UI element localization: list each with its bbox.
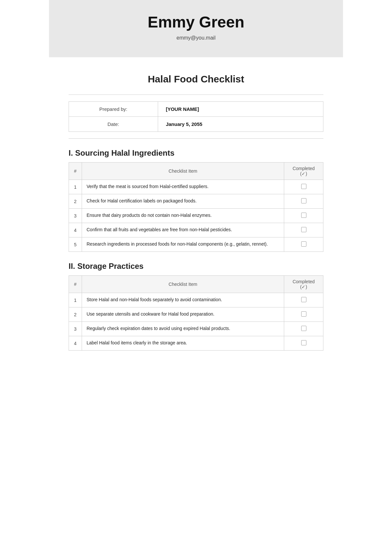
checklist-checkbox-cell[interactable] xyxy=(284,194,323,209)
checklist-item-text: Use separate utensils and cookware for H… xyxy=(82,307,284,322)
checkbox-icon[interactable] xyxy=(301,311,306,317)
row-number: 1 xyxy=(69,293,82,307)
checklist-table-2: #Checklist ItemCompleted (✓)1Store Halal… xyxy=(69,275,323,351)
checklist-checkbox-cell[interactable] xyxy=(284,336,323,351)
row-number: 1 xyxy=(69,180,82,194)
prepared-by-label: Prepared by: xyxy=(69,102,158,117)
col-header-1: Checklist Item xyxy=(82,276,284,293)
checklist-checkbox-cell[interactable] xyxy=(284,293,323,307)
table-row: 1Verify that the meat is sourced from Ha… xyxy=(69,180,323,194)
row-number: 3 xyxy=(69,209,82,223)
checkbox-icon[interactable] xyxy=(301,184,306,189)
table-row: 1Store Halal and non-Halal foods separat… xyxy=(69,293,323,307)
info-row-preparedby: Prepared by: [YOUR NAME] xyxy=(69,102,323,117)
table-row: 5Research ingredients in processed foods… xyxy=(69,237,323,252)
checklist-checkbox-cell[interactable] xyxy=(284,307,323,322)
title-divider xyxy=(69,95,323,95)
section-heading-2: II. Storage Practices xyxy=(69,262,323,271)
row-number: 3 xyxy=(69,322,82,336)
checkbox-icon[interactable] xyxy=(301,198,306,203)
table-header-row: #Checklist ItemCompleted (✓) xyxy=(69,276,323,293)
info-table: Prepared by: [YOUR NAME] Date: January 5… xyxy=(69,101,323,132)
table-row: 2Use separate utensils and cookware for … xyxy=(69,307,323,322)
checkbox-icon[interactable] xyxy=(301,326,306,331)
checklist-item-text: Research ingredients in processed foods … xyxy=(82,237,284,252)
header-section: Emmy Green emmy@you.mail xyxy=(49,0,343,57)
col-header-0: # xyxy=(69,163,82,180)
checklist-item-text: Check for Halal certification labels on … xyxy=(82,194,284,209)
checklist-item-text: Regularly check expiration dates to avoi… xyxy=(82,322,284,336)
row-number: 2 xyxy=(69,194,82,209)
col-header-2: Completed (✓) xyxy=(284,276,323,293)
checklist-item-text: Confirm that all fruits and vegetables a… xyxy=(82,223,284,237)
document-title: Halal Food Checklist xyxy=(69,74,323,85)
checkbox-icon[interactable] xyxy=(301,227,306,232)
checklist-item-text: Ensure that dairy products do not contai… xyxy=(82,209,284,223)
table-row: 2Check for Halal certification labels on… xyxy=(69,194,323,209)
info-divider xyxy=(69,138,323,139)
table-header-row: #Checklist ItemCompleted (✓) xyxy=(69,163,323,180)
checklist-checkbox-cell[interactable] xyxy=(284,223,323,237)
prepared-by-value: [YOUR NAME] xyxy=(158,102,323,117)
col-header-0: # xyxy=(69,276,82,293)
checkbox-icon[interactable] xyxy=(301,340,306,345)
checkbox-icon[interactable] xyxy=(301,241,306,247)
row-number: 4 xyxy=(69,336,82,351)
table-row: 3Regularly check expiration dates to avo… xyxy=(69,322,323,336)
date-value: January 5, 2055 xyxy=(158,117,323,132)
info-row-date: Date: January 5, 2055 xyxy=(69,117,323,132)
checklist-checkbox-cell[interactable] xyxy=(284,237,323,252)
checkbox-icon[interactable] xyxy=(301,297,306,302)
checklist-checkbox-cell[interactable] xyxy=(284,180,323,194)
col-header-1: Checklist Item xyxy=(82,163,284,180)
row-number: 4 xyxy=(69,223,82,237)
checklist-checkbox-cell[interactable] xyxy=(284,322,323,336)
row-number: 2 xyxy=(69,307,82,322)
checklist-checkbox-cell[interactable] xyxy=(284,209,323,223)
checkbox-icon[interactable] xyxy=(301,213,306,218)
main-content: Halal Food Checklist Prepared by: [YOUR … xyxy=(49,57,343,374)
table-row: 4Label Halal food items clearly in the s… xyxy=(69,336,323,351)
author-name: Emmy Green xyxy=(56,13,336,31)
table-row: 3Ensure that dairy products do not conta… xyxy=(69,209,323,223)
row-number: 5 xyxy=(69,237,82,252)
checklist-item-text: Label Halal food items clearly in the st… xyxy=(82,336,284,351)
sections-container: I. Sourcing Halal Ingredients#Checklist … xyxy=(69,148,323,351)
checklist-item-text: Store Halal and non-Halal foods separate… xyxy=(82,293,284,307)
table-row: 4Confirm that all fruits and vegetables … xyxy=(69,223,323,237)
date-label: Date: xyxy=(69,117,158,132)
section-heading-1: I. Sourcing Halal Ingredients xyxy=(69,148,323,158)
col-header-2: Completed (✓) xyxy=(284,163,323,180)
checklist-table-1: #Checklist ItemCompleted (✓)1Verify that… xyxy=(69,162,323,252)
author-email: emmy@you.mail xyxy=(56,35,336,41)
checklist-item-text: Verify that the meat is sourced from Hal… xyxy=(82,180,284,194)
